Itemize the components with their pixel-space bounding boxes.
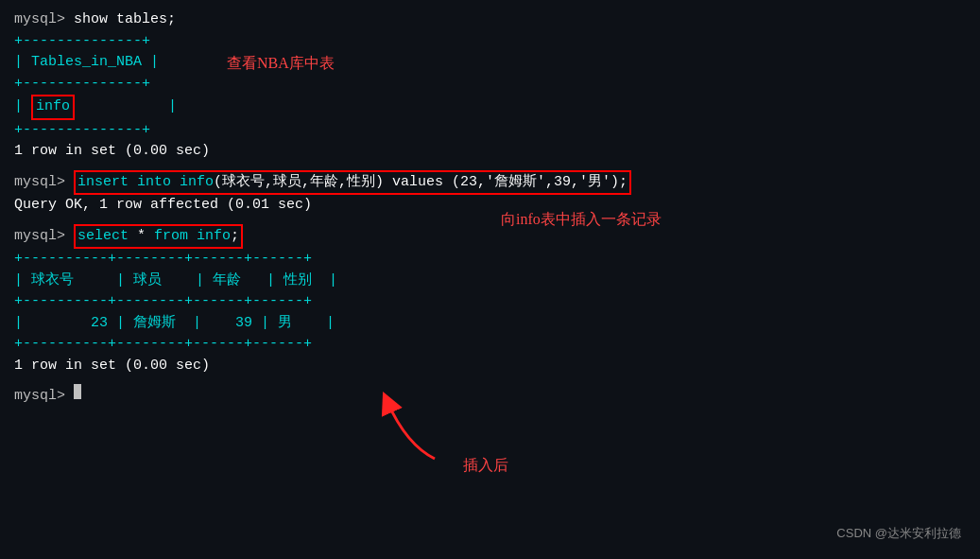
spacer-2 — [14, 217, 966, 224]
annotation-nba: 查看NBA库中表 — [227, 52, 335, 75]
command-line-select: mysql> select * from info; — [14, 224, 966, 250]
pipe-left: | — [14, 96, 31, 118]
pipe-right: | — [75, 96, 177, 118]
result-line-1: 1 row in set (0.00 sec) — [14, 141, 966, 163]
table-border-mid: +--------------+ — [14, 74, 966, 96]
select-data-text: | 23 | 詹姆斯 | 39 | 男 | — [14, 313, 335, 335]
select-border-top-text: +----------+--------+------+------+ — [14, 249, 312, 271]
border-text: +--------------+ — [14, 31, 150, 53]
table-header-text: | Tables_in_NBA | — [14, 52, 159, 74]
result-text-2: 1 row in set (0.00 sec) — [14, 356, 210, 377]
result-text-1: 1 row in set (0.00 sec) — [14, 141, 210, 163]
select-border-top: +----------+--------+------+------+ — [14, 249, 966, 271]
select-keyword: select — [77, 228, 129, 244]
cursor — [74, 384, 81, 399]
prompt-insert: mysql> — [14, 172, 74, 194]
info-keyword: info — [180, 174, 214, 190]
command-line-insert: mysql> insert into info(球衣号,球员,年龄,性别) va… — [14, 170, 966, 196]
select-border-mid: +----------+--------+------+------+ — [14, 291, 966, 313]
query-ok-text: Query OK, 1 row affected (0.01 sec) — [14, 195, 312, 217]
select-border-bottom: +----------+--------+------+------+ — [14, 334, 966, 356]
insert-args: (球衣号,球员,年龄,性别) values (23,'詹姆斯',39,'男'); — [214, 174, 628, 190]
terminal-window: mysql> show tables; +--------------+ | T… — [0, 0, 980, 559]
select-command: select * from info; — [74, 224, 243, 250]
from-keyword: from — [154, 228, 188, 244]
result-line-2: 1 row in set (0.00 sec) — [14, 356, 966, 377]
insert-keyword: insert into — [77, 174, 171, 190]
prompt-1: mysql> — [14, 9, 74, 31]
table-border-top: +--------------+ — [14, 31, 966, 53]
select-border-bottom-text: +----------+--------+------+------+ — [14, 334, 312, 356]
table-header-row: | Tables_in_NBA | — [14, 52, 966, 74]
spacer-3 — [14, 376, 966, 384]
select-border-mid-text: +----------+--------+------+------+ — [14, 291, 312, 313]
final-prompt: mysql> — [14, 386, 74, 408]
final-prompt-line: mysql> — [14, 384, 966, 408]
info-select-keyword: info — [197, 228, 231, 244]
annotation-insert: 向info表中插入一条记录 — [501, 208, 662, 231]
select-data-row: | 23 | 詹姆斯 | 39 | 男 | — [14, 313, 966, 335]
command-text-1: show tables; — [74, 9, 176, 31]
info-value: info — [31, 95, 75, 120]
watermark: CSDN @达米安利拉德 — [836, 524, 961, 543]
border-text-mid: +--------------+ — [14, 74, 150, 96]
prompt-select: mysql> — [14, 226, 74, 248]
insert-command: insert into info(球衣号,球员,年龄,性别) values (2… — [74, 170, 631, 196]
query-ok-line: Query OK, 1 row affected (0.01 sec) — [14, 195, 966, 217]
select-col-header-text: | 球衣号 | 球员 | 年龄 | 性别 | — [14, 271, 337, 292]
arrow-icon — [369, 388, 463, 463]
table-data-row: | info | — [14, 95, 966, 120]
spacer-1 — [14, 163, 966, 170]
table-border-bottom: +--------------+ — [14, 120, 966, 142]
border-text-bottom: +--------------+ — [14, 120, 150, 142]
command-line-1: mysql> show tables; — [14, 9, 966, 31]
select-col-header: | 球衣号 | 球员 | 年龄 | 性别 | — [14, 271, 966, 292]
annotation-after: 插入后 — [463, 454, 508, 477]
